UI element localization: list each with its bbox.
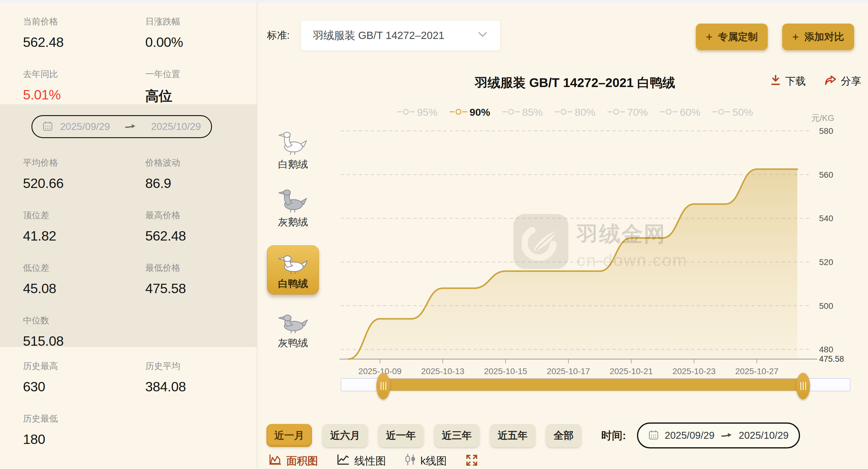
chart-type-label: k线图 (421, 454, 447, 468)
add-compare-button[interactable]: + 添加对比 (782, 24, 854, 50)
category-灰鸭绒[interactable]: 灰鸭绒 (277, 310, 309, 350)
fullscreen-icon[interactable] (465, 453, 478, 468)
chevron-down-icon (477, 31, 488, 39)
x-axis-label: 2025-10-23 (672, 367, 715, 376)
share-icon (825, 74, 837, 88)
range-button-近一月[interactable]: 近一月 (267, 424, 312, 447)
stat-value: 520.66 (23, 176, 145, 191)
price-area-fill (348, 169, 797, 359)
stat-label: 平均价格 (23, 157, 145, 169)
stat-value: 86.9 (145, 176, 257, 191)
stat-label: 低位差 (23, 262, 145, 274)
white-goose-icon (277, 131, 309, 156)
category-白鹅绒[interactable]: 白鹅绒 (277, 131, 309, 171)
category-灰鹅绒[interactable]: 灰鹅绒 (277, 189, 309, 229)
slider-right-handle[interactable] (796, 373, 810, 399)
stat-block: 历史平均 384.08 (145, 360, 257, 395)
chart-title: 羽绒服装 GB/T 14272–2021 白鸭绒 (339, 74, 811, 91)
stat-value: 475.58 (145, 281, 257, 296)
grey-goose-icon (277, 189, 309, 214)
category-白鸭绒[interactable]: 白鸭绒 (267, 245, 319, 295)
range-button-近三年[interactable]: 近三年 (434, 424, 479, 447)
stat-block: 中位数 515.08 (23, 315, 145, 349)
down-price-dashboard: 当前价格 562.48日涨跌幅 0.00%去年同比 5.01%一年位置 高位 2… (0, 0, 868, 469)
stat-block: 去年同比 5.01% (23, 68, 145, 105)
share-button[interactable]: 分享 (825, 74, 861, 88)
top-strip (0, 0, 868, 2)
stat-label: 历史平均 (145, 360, 257, 372)
line-chart-icon (336, 453, 350, 468)
category-column: 白鹅绒 灰鹅绒 白鸭绒 灰鸭绒 (267, 131, 319, 350)
stat-value: 384.08 (145, 379, 257, 395)
stat-value: 180 (23, 432, 145, 447)
stat-label: 价格波动 (145, 157, 257, 169)
stats-sidebar: 当前价格 562.48日涨跌幅 0.00%去年同比 5.01%一年位置 高位 2… (0, 2, 257, 469)
price-area-chart[interactable]: 580560540520500480元/KG475.582025-10-0920… (339, 114, 868, 379)
stat-label: 最低价格 (145, 262, 257, 274)
current-stats-section: 当前价格 562.48日涨跌幅 0.00%去年同比 5.01%一年位置 高位 (0, 2, 257, 104)
x-axis-label: 2025-10-15 (484, 367, 527, 376)
y-axis-unit: 元/KG (811, 114, 834, 123)
arrow-right-icon (124, 123, 136, 130)
calendar-icon (648, 430, 659, 441)
slider-selected-range[interactable] (383, 379, 803, 391)
stat-block: 顶位差 41.82 (23, 209, 145, 244)
standard-selector-row: 标准: 羽绒服装 GB/T 14272–2021 (267, 20, 500, 51)
x-axis-label: 2025-10-21 (610, 367, 653, 376)
range-button-近五年[interactable]: 近五年 (490, 424, 535, 447)
stat-label: 顶位差 (23, 209, 145, 222)
stat-label: 最高价格 (145, 209, 257, 222)
date-start: 2025/09/29 (60, 121, 110, 133)
stat-block: 平均价格 520.66 (23, 157, 145, 191)
chart-type-线性图[interactable]: 线性图 (336, 453, 386, 468)
chart-tools: 下载 分享 (770, 74, 861, 88)
time-range-row: 近一月近六月近一年近三年近五年全部 时间: 2025/09/29 2025/10… (267, 422, 800, 448)
download-icon (770, 74, 781, 88)
stat-value: 562.48 (145, 228, 257, 244)
chart-panel: 标准: 羽绒服装 GB/T 14272–2021 + 专属定制 + 添加对比 羽… (257, 2, 868, 469)
stat-value: 630 (23, 379, 145, 395)
custom-service-button[interactable]: + 专属定制 (696, 24, 768, 50)
bottom-date-range[interactable]: 2025/09/29 2025/10/29 (637, 422, 800, 448)
slider-left-handle[interactable] (376, 373, 390, 399)
stat-label: 去年同比 (23, 68, 145, 80)
stat-value: 45.08 (23, 281, 145, 296)
stat-block: 最低价格 475.58 (145, 262, 257, 296)
standard-select[interactable]: 羽绒服装 GB/T 14272–2021 (301, 20, 500, 51)
range-slider[interactable] (341, 378, 850, 391)
custom-service-label: 专属定制 (718, 30, 758, 44)
standard-label: 标准: (267, 29, 290, 42)
y-axis-label: 580 (819, 126, 833, 136)
chart-type-row: 面积图线性图k线图 (268, 453, 478, 468)
category-label: 白鹅绒 (278, 158, 308, 171)
download-button[interactable]: 下载 (770, 74, 806, 88)
x-axis-label: 2025-10-17 (547, 367, 590, 376)
share-label: 分享 (841, 74, 861, 88)
range-button-近六月[interactable]: 近六月 (322, 424, 368, 447)
range-button-全部[interactable]: 全部 (546, 424, 581, 447)
white-duck-icon (277, 251, 309, 276)
stat-value: 41.82 (23, 228, 145, 244)
stat-label: 日涨跌幅 (145, 16, 257, 28)
date-end: 2025/10/29 (739, 430, 788, 441)
chart-type-面积图[interactable]: 面积图 (268, 453, 318, 468)
stat-block: 一年位置 高位 (145, 68, 257, 105)
stat-value: 0.00% (145, 34, 257, 50)
date-start: 2025/09/29 (665, 430, 715, 441)
chart-type-label: 线性图 (354, 454, 386, 468)
stat-label: 中位数 (23, 315, 145, 327)
y-axis-label: 500 (819, 301, 833, 311)
stat-value: 5.01% (23, 87, 145, 103)
stat-block: 历史最高 630 (23, 360, 145, 395)
stat-block: 历史最低 180 (23, 413, 145, 447)
stat-label: 历史最高 (23, 360, 145, 372)
category-label: 白鸭绒 (278, 277, 308, 291)
sidebar-date-range[interactable]: 2025/09/29 2025/10/29 (31, 115, 212, 138)
candlestick-chart-icon (404, 453, 416, 468)
grey-duck-icon (277, 310, 309, 335)
stat-value: 高位 (145, 87, 257, 105)
arrow-right-icon (721, 432, 733, 439)
date-end: 2025/10/29 (151, 121, 201, 133)
range-button-近一年[interactable]: 近一年 (378, 424, 424, 447)
chart-type-k线图[interactable]: k线图 (404, 453, 447, 468)
